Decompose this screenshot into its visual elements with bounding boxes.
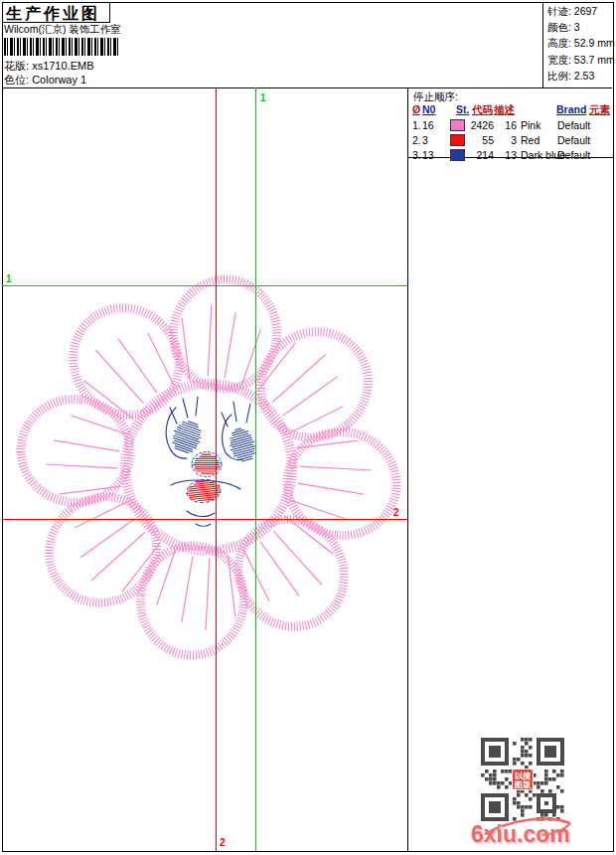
stat-stitches: 针迹: 2697	[547, 5, 613, 21]
panel-divider	[407, 87, 408, 851]
col-element: 元素	[589, 103, 610, 117]
colorway-label: 色位:	[4, 74, 29, 86]
watermark-text: 6xiu.com	[471, 821, 570, 848]
col-description: 描述	[494, 103, 515, 117]
stop-sequence-table: 停止顺序: Ø N0 St. 代码 描述 Brand 元素 1. 16 2426…	[407, 87, 614, 167]
stat-width: 宽度: 53.7 mm	[547, 54, 613, 70]
design-file-line: 花版: xs1710.EMB	[4, 59, 94, 74]
design-canvas: 1 1 2 2	[2, 87, 407, 851]
col-brand: Brand	[556, 103, 586, 115]
face-linework	[166, 397, 250, 526]
face-fills	[169, 418, 258, 502]
stats-box: 针迹: 2697 颜色: 3 高度: 52.9 mm 宽度: 53.7 mm 比…	[542, 2, 613, 87]
colorway-value: Colorway 1	[32, 74, 86, 86]
guide-label-2-right: 2	[393, 507, 399, 518]
stat-height: 高度: 52.9 mm	[547, 37, 613, 53]
table-row: 2. 3 55 3 Red Default	[407, 134, 614, 147]
stat-scale: 比例: 2.53	[547, 70, 613, 86]
col-order: Ø	[412, 103, 420, 115]
col-needle: N0	[422, 103, 435, 115]
guide-label-1-left: 1	[6, 273, 12, 284]
design-file-label: 花版:	[4, 60, 29, 72]
stat-colors: 颜色: 3	[547, 21, 613, 37]
production-worksheet-page: 生产作业图 Wilcom(汇京) 装饰工作室 花版: xs1710.EMB 色位…	[0, 0, 616, 855]
colorway-line: 色位: Colorway 1	[4, 73, 86, 87]
qr-center-logo: 以搜 图版	[512, 769, 534, 790]
page-title: 生产作业图	[6, 4, 100, 25]
design-file-value: xs1710.EMB	[32, 60, 93, 72]
company-name: Wilcom(汇京) 装饰工作室	[4, 23, 121, 37]
guide-label-1-top: 1	[260, 92, 266, 103]
guide-label-2-bottom: 2	[220, 837, 226, 848]
table-row: 1. 16 2426 16 Pink Default	[407, 119, 614, 132]
col-code: 代码	[472, 103, 493, 117]
table-header-row: Ø N0 St. 代码 描述 Brand 元素	[407, 103, 614, 116]
stop-sequence-title: 停止顺序:	[413, 90, 458, 104]
barcode	[4, 38, 119, 56]
table-row: 3. 13 214 13 Dark blue Default	[407, 149, 614, 162]
col-stitches: St.	[456, 103, 469, 115]
